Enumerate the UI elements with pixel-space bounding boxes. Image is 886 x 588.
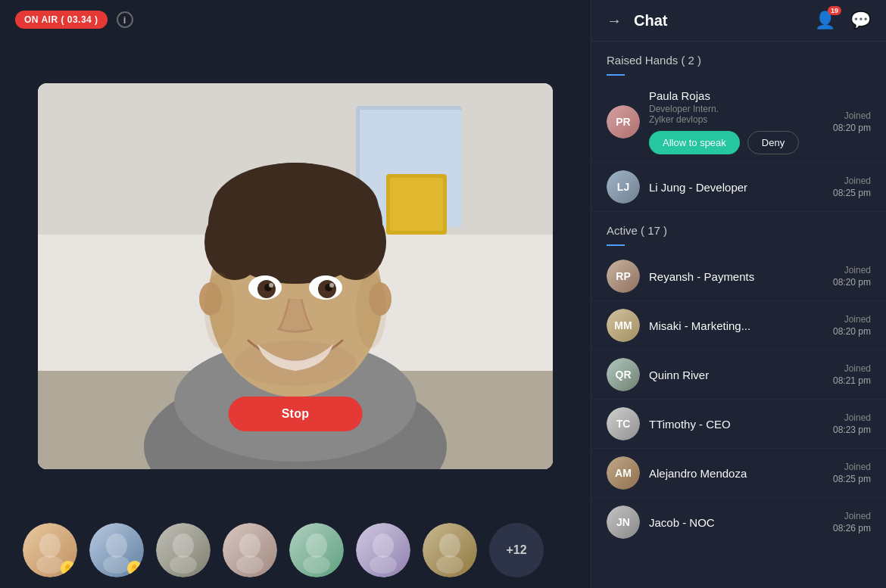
active-participant-row: MM Misaki - Marketing... Joined 08:20 pm bbox=[591, 301, 886, 350]
svg-point-26 bbox=[204, 272, 235, 348]
section-underline bbox=[607, 74, 625, 76]
participant-joined-info: Joined 08:20 pm bbox=[833, 110, 871, 133]
active-participant-row: RP Reyansh - Payments Joined 08:20 pm bbox=[591, 252, 886, 301]
chat-bubble-icon[interactable]: 💬 bbox=[850, 11, 871, 30]
bottom-participant-avatar[interactable]: ✋ bbox=[89, 523, 144, 577]
joined-time: 08:25 pm bbox=[833, 188, 871, 198]
participant-info: Li Jung - Developer bbox=[649, 181, 824, 194]
joined-label: Joined bbox=[844, 462, 871, 472]
svg-point-29 bbox=[39, 534, 61, 558]
joined-label: Joined bbox=[844, 314, 871, 325]
active-participant-row: TC TTimothy - CEO Joined 08:23 pm bbox=[591, 400, 886, 449]
joined-time: 08:26 pm bbox=[833, 523, 871, 534]
stop-button[interactable]: Stop bbox=[229, 397, 363, 431]
svg-point-41 bbox=[306, 534, 327, 558]
active-participant-avatar: AM bbox=[607, 456, 640, 490]
avatar-inner: TC bbox=[607, 407, 640, 440]
active-participant-joined: Joined 08:21 pm bbox=[833, 363, 871, 386]
info-icon[interactable]: i bbox=[117, 11, 133, 28]
active-participant-joined: Joined 08:26 pm bbox=[833, 511, 871, 534]
bottom-participant-avatar[interactable] bbox=[356, 523, 410, 577]
svg-rect-5 bbox=[390, 178, 443, 231]
avatar-inner: JN bbox=[607, 506, 640, 539]
active-participant-name: Misaki - Marketing... bbox=[649, 319, 824, 332]
bottom-participant-avatar[interactable] bbox=[423, 523, 477, 577]
active-participant-name: Jacob - NOC bbox=[649, 516, 824, 529]
participant-name: Paula Rojas bbox=[649, 89, 824, 102]
active-participant-avatar: QR bbox=[607, 358, 640, 391]
participants-badge: 19 bbox=[828, 6, 841, 15]
left-panel: ON AIR ( 03.34 ) i bbox=[0, 0, 591, 588]
bottom-participant-avatar[interactable]: ✋ bbox=[23, 523, 77, 577]
chat-title: Chat bbox=[634, 12, 807, 30]
right-panel: → Chat 👤 19 💬 Raised Hands ( 2 ) PR Paul… bbox=[591, 0, 886, 588]
active-participant-info: TTimothy - CEO bbox=[649, 418, 824, 431]
svg-point-42 bbox=[303, 555, 330, 574]
joined-time: 08:20 pm bbox=[833, 123, 871, 133]
raised-hands-header: Raised Hands ( 2 ) bbox=[591, 42, 886, 71]
active-participant-name: TTimothy - CEO bbox=[649, 418, 824, 431]
active-participant-info: Jacob - NOC bbox=[649, 516, 824, 529]
bottom-participant-avatar[interactable] bbox=[223, 523, 277, 577]
active-participant-joined: Joined 08:23 pm bbox=[833, 412, 871, 435]
joined-label: Joined bbox=[844, 110, 871, 121]
joined-time: 08:20 pm bbox=[833, 277, 871, 288]
svg-point-47 bbox=[439, 534, 460, 558]
active-participant-row: AM Alejandro Mendoza Joined 08:25 pm bbox=[591, 449, 886, 498]
active-participant-info: Quinn River bbox=[649, 369, 824, 381]
svg-point-27 bbox=[356, 272, 386, 348]
allow-to-speak-button[interactable]: Allow to speak bbox=[649, 131, 740, 154]
participants-count-button[interactable]: 👤 19 bbox=[815, 11, 835, 30]
svg-point-45 bbox=[370, 555, 397, 574]
svg-point-36 bbox=[170, 555, 197, 574]
active-participant-avatar: MM bbox=[607, 309, 640, 342]
deny-button[interactable]: Deny bbox=[747, 131, 799, 154]
svg-point-25 bbox=[235, 341, 356, 386]
participant-subtitle: Developer Intern.Zylker devlops bbox=[649, 104, 824, 125]
avatar-inner: LJ bbox=[607, 170, 640, 204]
participants-row: ✋ ✋ +12 bbox=[0, 512, 591, 588]
joined-time: 08:21 pm bbox=[833, 375, 871, 386]
joined-label: Joined bbox=[844, 412, 871, 423]
joined-label: Joined bbox=[844, 265, 871, 275]
svg-point-33 bbox=[103, 555, 130, 574]
active-participant-info: Misaki - Marketing... bbox=[649, 319, 824, 332]
avatar-inner: QR bbox=[607, 358, 640, 391]
participant-row: PR Paula Rojas Developer Intern.Zylker d… bbox=[591, 82, 886, 163]
active-participant-name: Quinn River bbox=[649, 369, 824, 381]
active-participant-row: JN Jacob - NOC Joined 08:26 pm bbox=[591, 498, 886, 546]
participants-list: Raised Hands ( 2 ) PR Paula Rojas Develo… bbox=[591, 42, 886, 588]
avatar-image bbox=[289, 523, 344, 577]
joined-label: Joined bbox=[844, 363, 871, 374]
participant-joined-info: Joined 08:25 pm bbox=[833, 176, 871, 198]
active-participant-name: Alejandro Mendoza bbox=[649, 467, 824, 480]
svg-point-44 bbox=[373, 534, 394, 558]
svg-point-38 bbox=[239, 534, 260, 558]
avatar-inner: AM bbox=[607, 456, 640, 490]
active-participant-name: Reyansh - Payments bbox=[649, 270, 824, 283]
joined-time: 08:23 pm bbox=[833, 425, 871, 435]
participant-name: Li Jung - Developer bbox=[649, 181, 824, 194]
svg-point-32 bbox=[106, 534, 127, 558]
joined-label: Joined bbox=[844, 511, 871, 521]
active-participant-avatar: TC bbox=[607, 407, 640, 440]
on-air-badge: ON AIR ( 03.34 ) bbox=[15, 11, 108, 29]
main-video-container: Stop bbox=[0, 39, 591, 512]
active-header: Active ( 17 ) bbox=[591, 212, 886, 241]
joined-time: 08:20 pm bbox=[833, 326, 871, 337]
top-bar: ON AIR ( 03.34 ) i bbox=[0, 0, 591, 39]
joined-time: 08:25 pm bbox=[833, 474, 871, 484]
joined-label: Joined bbox=[844, 176, 871, 186]
svg-point-35 bbox=[173, 534, 194, 558]
back-arrow-icon[interactable]: → bbox=[607, 12, 622, 30]
active-participant-avatar: JN bbox=[607, 506, 640, 539]
active-participant-joined: Joined 08:25 pm bbox=[833, 462, 871, 484]
bottom-participant-avatar[interactable] bbox=[156, 523, 211, 577]
active-participant-joined: Joined 08:20 pm bbox=[833, 265, 871, 288]
bottom-participant-avatar[interactable] bbox=[289, 523, 344, 577]
more-participants-count[interactable]: +12 bbox=[489, 523, 544, 577]
participant-info: Paula Rojas Developer Intern.Zylker devl… bbox=[649, 89, 824, 154]
active-participant-info: Alejandro Mendoza bbox=[649, 467, 824, 480]
svg-point-24 bbox=[329, 283, 334, 288]
avatar-inner: RP bbox=[607, 260, 640, 293]
